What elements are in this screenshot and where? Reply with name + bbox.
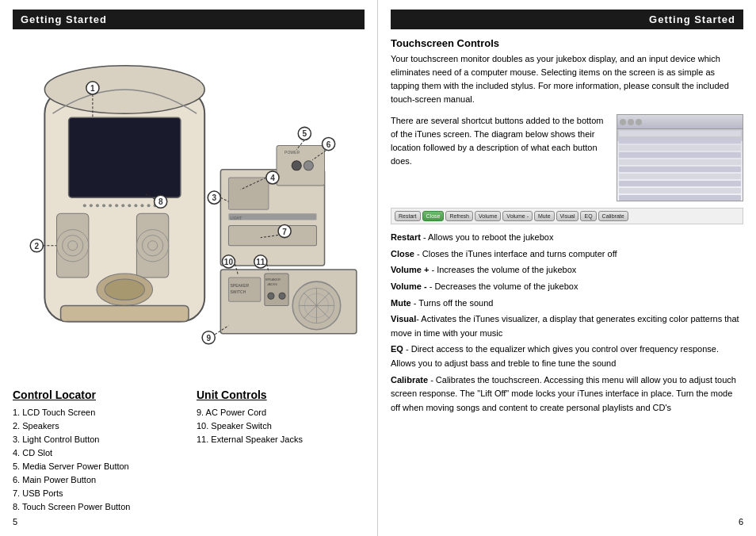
jukebox-svg: LIGHT POWER SPEAKER SWITCH — [13, 37, 365, 382]
close-button[interactable]: Close — [422, 211, 445, 221]
itunes-row — [619, 195, 741, 201]
svg-point-11 — [128, 204, 131, 207]
eq-button[interactable]: EQ — [580, 211, 596, 221]
itunes-row — [619, 131, 741, 136]
list-item: 8. Touch Screen Power Button — [13, 500, 181, 514]
svg-point-6 — [96, 204, 99, 207]
calibrate-desc: Calibrate - Calibrates the touchscreen. … — [391, 373, 743, 415]
itunes-close-btn — [620, 119, 626, 125]
svg-point-4 — [83, 204, 86, 207]
control-locator-section: Control Locator 1. LCD Touch Screen 2. S… — [13, 389, 181, 514]
mute-button[interactable]: Mute — [534, 211, 555, 221]
itunes-row — [619, 181, 741, 186]
volume-minus-desc: Volume - - Decreases the volume of the j… — [391, 280, 743, 294]
itunes-row — [619, 167, 741, 172]
svg-rect-29 — [228, 178, 268, 209]
svg-text:2: 2 — [34, 242, 39, 251]
svg-point-8 — [109, 204, 112, 207]
itunes-description-text: There are several shortcut buttons added… — [391, 114, 609, 201]
svg-point-7 — [102, 204, 105, 207]
bottom-section: Control Locator 1. LCD Touch Screen 2. S… — [13, 389, 365, 514]
list-item: 7. USB Ports — [13, 487, 181, 500]
list-item: 2. Speakers — [13, 419, 181, 433]
volume-minus-label: Volume - — [391, 281, 427, 291]
svg-text:6: 6 — [326, 140, 331, 149]
visual-button[interactable]: Visual — [556, 211, 579, 221]
jukebox-diagram-area: LIGHT POWER SPEAKER SWITCH — [13, 37, 365, 382]
svg-text:3: 3 — [212, 193, 216, 202]
page-container: Getting Started — [0, 0, 756, 536]
svg-point-34 — [292, 161, 301, 170]
itunes-row — [619, 152, 741, 158]
svg-text:SPEAKER: SPEAKER — [230, 283, 249, 288]
svg-rect-17 — [57, 213, 89, 278]
unit-controls-title: Unit Controls — [197, 389, 365, 401]
svg-text:5: 5 — [303, 129, 307, 138]
svg-point-12 — [134, 204, 137, 207]
svg-text:POWER: POWER — [284, 150, 300, 155]
svg-text:8: 8 — [158, 197, 163, 206]
itunes-screenshot-inner — [617, 115, 743, 201]
itunes-screenshot — [617, 114, 743, 201]
control-locator-title: Control Locator — [13, 389, 181, 401]
svg-text:4: 4 — [270, 174, 275, 182]
right-page-number: 6 — [391, 514, 743, 526]
right-header-text: Getting Started — [649, 13, 735, 25]
refresh-button[interactable]: Refresh — [445, 211, 473, 221]
touchscreen-controls-title: Touchscreen Controls — [391, 37, 743, 49]
volume-plus-button[interactable]: Volume — [475, 211, 501, 221]
svg-text:JACKS: JACKS — [267, 282, 277, 286]
itunes-row — [619, 188, 741, 193]
svg-point-53 — [279, 293, 285, 299]
close-label: Close — [391, 249, 414, 258]
eq-desc: EQ - Direct access to the equalizer whic… — [391, 343, 743, 370]
control-locator-list: 1. LCD Touch Screen 2. Speakers 3. Light… — [13, 406, 181, 514]
visual-label: Visual — [391, 314, 416, 324]
svg-text:9: 9 — [206, 334, 211, 343]
itunes-row — [619, 159, 741, 165]
right-page: Getting Started Touchscreen Controls You… — [378, 0, 756, 536]
unit-controls-section: Unit Controls 9. AC Power Cord 10. Speak… — [197, 389, 365, 514]
svg-rect-27 — [61, 305, 189, 321]
svg-text:10: 10 — [224, 258, 234, 266]
svg-point-52 — [268, 293, 274, 299]
itunes-toolbar — [617, 115, 743, 129]
svg-text:7: 7 — [282, 228, 287, 236]
left-page-number: 5 — [13, 514, 365, 526]
restart-desc: Restart - Allows you to reboot the jukeb… — [391, 231, 743, 245]
svg-point-26 — [105, 279, 144, 300]
volume-plus-label: Volume + — [391, 265, 429, 274]
itunes-content — [617, 129, 743, 201]
mute-label: Mute — [391, 298, 411, 308]
volume-plus-desc: Volume + - Increases the volume of the j… — [391, 263, 743, 278]
list-item: 3. Light Control Button — [13, 433, 181, 446]
list-item: 6. Main Power Button — [13, 473, 181, 487]
svg-point-35 — [304, 161, 313, 170]
svg-rect-3 — [71, 119, 179, 196]
svg-text:SWITCH: SWITCH — [230, 289, 246, 294]
calibrate-label: Calibrate — [391, 375, 428, 385]
close-desc: Close - Closes the iTunes interface and … — [391, 247, 743, 262]
volume-minus-button[interactable]: Volume - — [502, 211, 533, 221]
restart-label: Restart — [391, 232, 421, 242]
unit-controls-list: 9. AC Power Cord 10. Speaker Switch 11. … — [197, 406, 365, 446]
restart-button[interactable]: Restart — [395, 211, 421, 221]
left-header: Getting Started — [13, 10, 365, 29]
list-item: 10. Speaker Switch — [197, 419, 365, 433]
svg-text:1: 1 — [90, 84, 95, 93]
button-descriptions: Restart - Allows you to reboot the jukeb… — [391, 231, 743, 417]
list-item: 4. CD Slot — [13, 446, 181, 460]
itunes-section: There are several shortcut buttons added… — [391, 114, 743, 201]
itunes-min-btn — [628, 119, 634, 125]
calibrate-button[interactable]: Calibrate — [598, 211, 628, 221]
itunes-row — [619, 174, 741, 179]
svg-point-10 — [121, 204, 124, 207]
svg-text:11: 11 — [256, 258, 265, 266]
visual-desc: Visual- Activates the iTunes visualizer,… — [391, 312, 743, 340]
svg-text:LIGHT: LIGHT — [230, 216, 242, 220]
list-item: 9. AC Power Cord — [197, 406, 365, 419]
itunes-max-btn — [636, 119, 642, 125]
svg-point-13 — [140, 204, 143, 207]
svg-point-9 — [115, 204, 118, 207]
svg-point-5 — [90, 204, 93, 207]
